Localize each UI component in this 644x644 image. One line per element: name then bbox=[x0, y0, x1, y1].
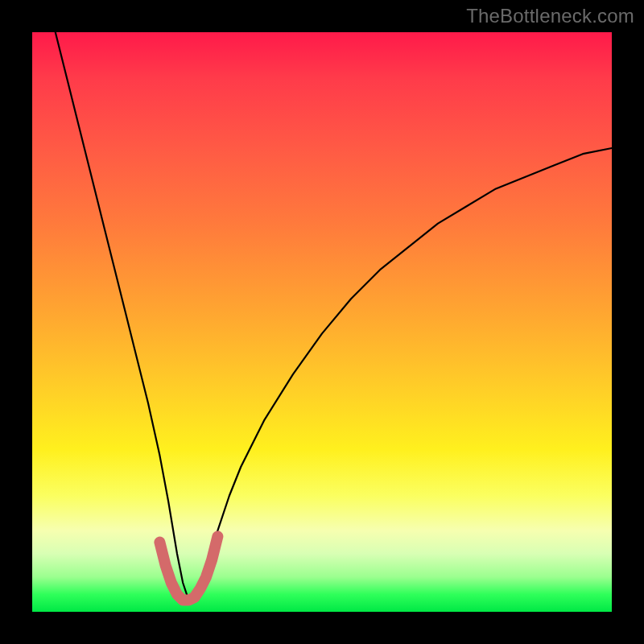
watermark-text: TheBottleneck.com bbox=[466, 5, 634, 27]
plot-area bbox=[32, 32, 612, 612]
chart-svg bbox=[32, 32, 612, 612]
chart-frame: TheBottleneck.com bbox=[0, 0, 644, 644]
bottom-marker bbox=[159, 536, 217, 600]
bottleneck-curve bbox=[56, 32, 612, 601]
